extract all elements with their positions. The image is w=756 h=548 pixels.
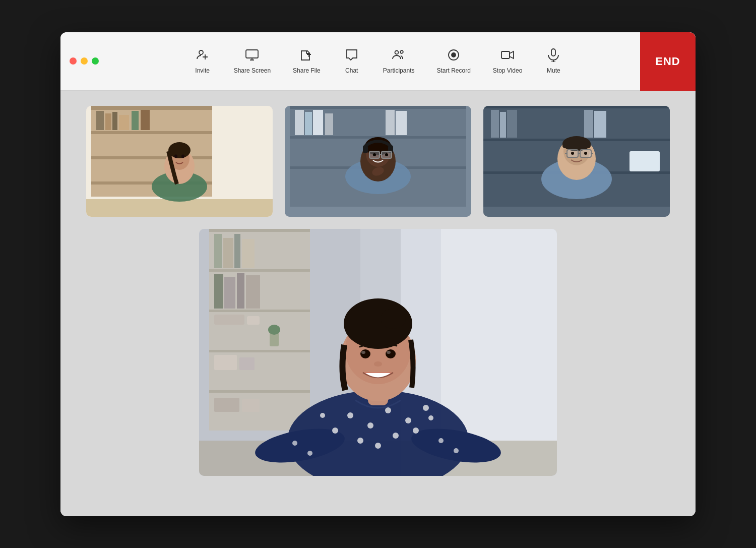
svg-rect-45 (313, 110, 323, 135)
start-record-label: Start Record (436, 67, 470, 74)
svg-rect-15 (551, 49, 555, 56)
svg-rect-67 (500, 112, 506, 138)
svg-point-118 (381, 309, 406, 329)
start-record-icon (447, 48, 461, 64)
end-button[interactable]: END (640, 32, 696, 91)
svg-point-11 (400, 50, 403, 53)
participants-label: Participants (383, 67, 415, 74)
svg-rect-97 (242, 239, 255, 268)
participants-button[interactable]: Participants (372, 43, 426, 79)
svg-point-83 (584, 152, 587, 155)
toolbar: Invite Share Screen (60, 43, 696, 79)
svg-point-59 (385, 153, 388, 156)
stop-video-icon (500, 48, 515, 64)
svg-point-132 (413, 428, 419, 434)
end-label: END (655, 55, 680, 68)
svg-point-124 (347, 412, 353, 418)
chat-icon (345, 48, 359, 64)
share-file-label: Share File (293, 67, 321, 74)
participant-1-video[interactable] (86, 106, 273, 217)
mute-button[interactable]: Mute (533, 43, 574, 79)
svg-rect-99 (224, 277, 235, 309)
close-button[interactable] (70, 57, 77, 65)
stop-video-button[interactable]: Stop Video (482, 43, 534, 79)
app-window: Invite Share Screen (60, 32, 696, 516)
svg-rect-94 (214, 234, 222, 268)
svg-rect-23 (91, 156, 212, 159)
maximize-button[interactable] (92, 57, 99, 65)
traffic-lights (60, 57, 99, 65)
svg-rect-93 (209, 390, 310, 393)
svg-rect-104 (214, 315, 244, 325)
svg-rect-100 (237, 273, 244, 309)
svg-point-134 (428, 415, 433, 420)
main-participant-video[interactable] (199, 229, 557, 476)
svg-rect-53 (363, 145, 368, 153)
svg-point-127 (405, 417, 411, 423)
chat-button[interactable]: Chat (332, 43, 372, 79)
svg-point-126 (385, 407, 391, 413)
svg-point-121 (361, 351, 365, 354)
invite-label: Invite (195, 67, 210, 74)
svg-rect-109 (242, 399, 260, 412)
svg-point-135 (375, 443, 381, 449)
video-content (60, 91, 696, 516)
svg-point-36 (174, 154, 177, 158)
svg-rect-106 (214, 355, 237, 370)
svg-rect-25 (96, 111, 104, 130)
svg-point-128 (423, 405, 429, 411)
svg-point-122 (387, 351, 391, 354)
mute-icon (546, 48, 560, 64)
invite-icon (196, 48, 210, 64)
invite-button[interactable]: Invite (182, 43, 223, 79)
svg-rect-98 (214, 274, 223, 309)
svg-rect-29 (132, 111, 139, 130)
svg-point-37 (181, 154, 184, 158)
participant-2-video[interactable] (285, 106, 471, 217)
svg-point-129 (332, 428, 338, 434)
svg-point-130 (357, 438, 363, 444)
svg-rect-14 (501, 51, 510, 58)
stop-video-label: Stop Video (493, 67, 523, 74)
svg-point-10 (395, 51, 399, 54)
svg-point-137 (307, 451, 312, 456)
svg-rect-71 (629, 151, 660, 171)
svg-point-136 (292, 441, 297, 446)
svg-rect-26 (105, 113, 111, 130)
svg-rect-44 (305, 112, 312, 135)
chat-label: Chat (345, 67, 358, 74)
svg-rect-76 (562, 142, 591, 148)
svg-rect-107 (239, 357, 255, 370)
thumbnail-row (81, 106, 675, 217)
svg-rect-66 (491, 110, 499, 138)
svg-rect-46 (325, 113, 333, 135)
svg-rect-22 (91, 131, 212, 134)
svg-rect-70 (594, 111, 606, 138)
share-file-icon (299, 48, 313, 64)
share-screen-button[interactable]: Share Screen (223, 43, 282, 79)
participant-3-video[interactable] (483, 106, 670, 217)
svg-rect-91 (209, 310, 310, 312)
svg-rect-101 (246, 275, 260, 309)
svg-point-131 (393, 433, 399, 439)
svg-rect-30 (141, 110, 150, 130)
svg-rect-95 (223, 238, 233, 268)
titlebar: Invite Share Screen (60, 32, 696, 91)
svg-rect-31 (86, 199, 273, 217)
svg-point-139 (454, 448, 459, 453)
minimize-button[interactable] (81, 57, 88, 65)
svg-point-103 (268, 325, 280, 335)
svg-point-133 (320, 413, 325, 418)
svg-rect-28 (119, 115, 129, 130)
svg-rect-3 (246, 50, 258, 58)
start-record-button[interactable]: Start Record (425, 43, 481, 79)
participants-icon (392, 48, 406, 64)
svg-point-120 (386, 349, 396, 358)
share-file-button[interactable]: Share File (282, 43, 332, 79)
share-screen-label: Share Screen (234, 67, 271, 74)
svg-rect-108 (214, 398, 239, 412)
svg-rect-47 (386, 110, 395, 135)
svg-rect-105 (247, 316, 260, 325)
svg-rect-96 (234, 234, 240, 268)
svg-point-82 (571, 152, 574, 155)
